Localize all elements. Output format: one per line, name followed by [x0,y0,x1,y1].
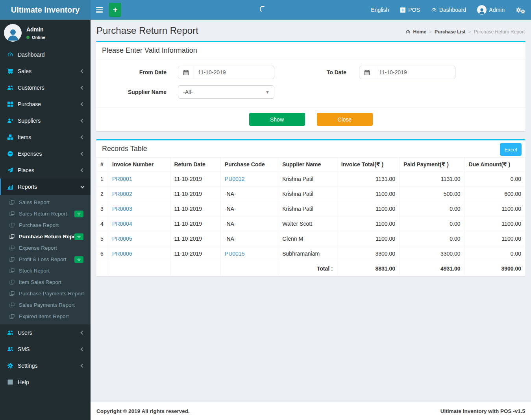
sidebar-subitem-expired-items-report[interactable]: Expired Items Report [0,311,91,322]
app-window: Ultimate Inventory + English POS Dashboa… [0,0,531,420]
quick-add-button[interactable]: + [109,3,121,17]
calendar-icon[interactable] [178,66,194,79]
sidebar-item-expenses[interactable]: Expenses [0,146,91,162]
gauge-icon [7,52,13,58]
to-date-field [359,66,455,79]
copy-icon [9,223,15,228]
sidebar-item-settings[interactable]: Settings [0,357,91,374]
invoice-link[interactable]: PR0003 [112,206,132,212]
gauge-icon [431,7,437,13]
sidebar-subitem-sales-return-report[interactable]: Sales Return Report ☆ [0,208,91,219]
invoice-link[interactable]: PR0006 [112,251,132,257]
sidebar-subitem-purchase-return-report[interactable]: Purchase Return Report ☆ [0,231,91,242]
sidebar-subitem-stock-report[interactable]: Stock Report [0,265,91,276]
sidebar-subitem-purchase-payments-report[interactable]: Purchase Payments Report [0,288,91,299]
sidebar-item-label: Expenses [18,151,42,157]
table-row: 5 PR0005 11-10-2019 -NA- Glenn M 1100.00… [96,231,525,246]
sidebar-subitem-purchase-report[interactable]: Purchase Report [0,219,91,231]
table-row: 2 PR0002 11-10-2019 -NA- Krishna Patil 1… [96,186,525,201]
total-paid: 4931.00 [400,261,464,276]
star-badge: ☆ [74,256,83,263]
sidebar-item-items[interactable]: Items [0,129,91,146]
excel-export-button[interactable]: Excel [500,143,522,156]
supplier-name-label: Supplier Name [102,89,167,95]
sidebar-subitem-item-sales-report[interactable]: Item Sales Report [0,276,91,288]
chevron-left-icon [81,102,85,106]
table-row: 4 PR0004 11-10-2019 -NA- Walter Scott 11… [96,216,525,231]
sidebar-item-reports[interactable]: Reports [0,179,91,195]
copyright-text: Copyright © 2019 All rights reserved. [96,408,190,414]
copy-icon [9,291,15,296]
copy-icon [9,268,15,273]
breadcrumb-purchase-list[interactable]: Purchase List [435,29,466,35]
sidebar-item-purchase[interactable]: Purchase [0,96,91,112]
online-dot-icon [26,36,30,39]
settings-menu[interactable] [510,0,531,20]
invoice-link[interactable]: PR0004 [112,221,132,227]
show-button[interactable]: Show [249,113,305,126]
avatar [4,24,22,42]
sidebar-item-dashboard[interactable]: Dashboard [0,46,91,63]
sidebar-item-label: Dashboard [18,52,45,58]
chevron-left-icon [81,135,85,139]
sidebar-item-places[interactable]: Places [0,162,91,179]
sidebar-subitem-sales-payments-report[interactable]: Sales Payments Report [0,299,91,311]
hamburger-icon [96,7,103,8]
brand-logo[interactable]: Ultimate Inventory [0,0,91,20]
sidebar-item-label: Purchase [18,101,41,107]
from-date-input[interactable] [194,66,274,79]
sidebar-item-label: Suppliers [18,118,41,124]
supplier-select[interactable]: -All- ▼ [178,85,274,99]
sidebar-item-label: Sales [18,68,31,74]
navbar-right-menu: English POS Dashboard Admin [365,0,531,20]
sidebar: Admin Online Dashboard Sales Customers [0,20,91,420]
calendar-icon[interactable] [359,66,375,79]
to-date-label: To Date [274,69,346,76]
sidebar-item-help[interactable]: Help [0,374,91,391]
to-date-input[interactable] [375,66,455,79]
copy-icon [9,211,15,216]
user-name: Admin [489,7,505,13]
paper-plane-icon [7,167,13,173]
sidebar-item-label: SMS [18,346,30,352]
avatar [477,5,487,15]
copy-icon [9,302,15,308]
chevron-down-icon [81,184,85,188]
sidebar-item-customers[interactable]: Customers [0,79,91,96]
dashboard-link[interactable]: Dashboard [426,0,472,20]
table-header-row: # Invoice Number Return Date Purchase Co… [96,158,525,171]
col-purchase-code: Purchase Code [220,158,278,171]
purchase-code-link[interactable]: PU0012 [225,176,245,182]
invoice-link[interactable]: PR0001 [112,176,132,182]
sidebar-toggle-button[interactable] [91,0,108,20]
cog-small-icon [520,9,525,14]
sidebar-user-panel: Admin Online [0,20,91,46]
dashboard-label: Dashboard [439,7,466,13]
records-panel-header: Records Table Excel [96,140,525,157]
content-header: Purchase Return Report Home > Purchase L… [91,20,531,41]
sidebar-subitem-expense-report[interactable]: Expense Report [0,242,91,254]
pos-link[interactable]: POS [394,0,426,20]
copy-icon [9,245,15,251]
col-invoice-total: Invoice Total(₹ ) [337,158,399,171]
filter-panel-title: Please Enter Valid Information [96,42,525,59]
user-menu[interactable]: Admin [472,0,510,20]
sidebar-item-sales[interactable]: Sales [0,63,91,79]
sidebar-item-sms[interactable]: SMS [0,341,91,357]
close-button[interactable]: Close [317,113,373,126]
sidebar-subitem-profit-loss-report[interactable]: Profit & Loss Report ☆ [0,254,91,265]
purchase-code-link[interactable]: PU0015 [225,251,245,257]
sidebar-item-suppliers[interactable]: Suppliers [0,112,91,129]
invoice-link[interactable]: PR0005 [112,236,132,242]
breadcrumb: Home > Purchase List > Purchase Return R… [405,29,525,35]
sidebar-item-users[interactable]: Users [0,324,91,341]
language-menu[interactable]: English [365,0,394,20]
total-invoice: 8831.00 [337,261,399,276]
sidebar-subitem-sales-report[interactable]: Sales Report [0,197,91,208]
users-icon [7,330,13,336]
caret-down-icon: ▼ [265,90,270,94]
chevron-left-icon [81,168,85,172]
sidebar-item-label: Items [18,134,31,140]
breadcrumb-home[interactable]: Home [413,29,426,35]
invoice-link[interactable]: PR0002 [112,191,132,197]
